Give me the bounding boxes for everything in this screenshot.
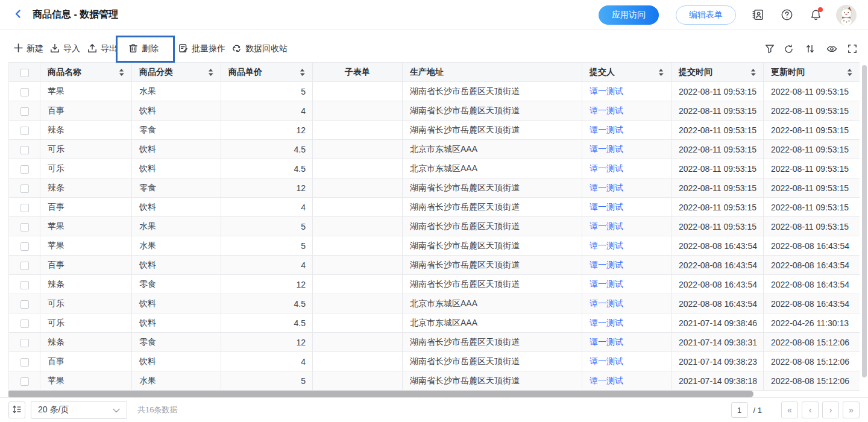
submitter-link[interactable]: 谭一测试	[590, 144, 623, 154]
column-header-category[interactable]: 商品分类	[132, 63, 221, 82]
new-record-button[interactable]: 新建	[14, 42, 43, 56]
row-checkbox[interactable]	[20, 184, 29, 193]
import-icon	[50, 43, 60, 55]
cell-submitter: 谭一测试	[582, 198, 671, 217]
import-button[interactable]: 导入	[50, 42, 80, 56]
column-header-submit_time[interactable]: 提交时间	[671, 63, 764, 82]
row-checkbox[interactable]	[20, 223, 29, 231]
recycle-bin-button[interactable]: 数据回收站	[232, 42, 288, 56]
row-checkbox[interactable]	[20, 377, 29, 386]
prev-page-button[interactable]: ‹	[802, 402, 819, 418]
submitter-link[interactable]: 谭一测试	[590, 125, 623, 134]
cell-price: 4.5	[221, 313, 313, 333]
cell-address: 湖南省长沙市岳麓区天顶街道	[403, 82, 582, 101]
row-checkbox-cell	[9, 371, 40, 391]
fullscreen-icon[interactable]	[846, 43, 858, 55]
cell-submitter: 谭一测试	[582, 371, 671, 391]
back-chevron-icon	[13, 8, 24, 21]
submitter-link[interactable]: 谭一测试	[590, 183, 623, 192]
refresh-icon[interactable]	[782, 43, 794, 55]
submitter-link[interactable]: 谭一测试	[590, 260, 623, 269]
submitter-link[interactable]: 谭一测试	[590, 241, 623, 250]
column-header-update_time[interactable]: 更新时间	[764, 63, 860, 82]
help-icon[interactable]	[779, 8, 794, 22]
back-button[interactable]	[11, 7, 25, 22]
select-all-checkbox[interactable]	[20, 69, 29, 77]
cell-price: 4.5	[221, 294, 313, 313]
row-checkbox[interactable]	[20, 88, 29, 96]
table-row: 辣条零食12湖南省长沙市岳麓区天顶街道谭一测试2021-07-14 09:38:…	[9, 333, 860, 352]
submitter-link[interactable]: 谭一测试	[590, 106, 623, 115]
cell-address: 湖南省长沙市岳麓区天顶街道	[403, 101, 582, 121]
vertical-scrollbar-thumb[interactable]	[862, 65, 867, 377]
cell-address: 北京市东城区AAA	[403, 159, 582, 178]
row-checkbox[interactable]	[20, 127, 29, 135]
eye-icon[interactable]	[826, 43, 838, 55]
next-page-button[interactable]: ›	[822, 402, 839, 418]
submitter-link[interactable]: 谭一测试	[590, 337, 623, 347]
user-avatar[interactable]	[836, 5, 857, 25]
row-checkbox[interactable]	[20, 320, 29, 328]
row-checkbox[interactable]	[20, 300, 29, 309]
address-book-icon[interactable]	[750, 8, 765, 22]
edit-form-button[interactable]: 编辑表单	[676, 5, 736, 25]
cell-submit_time: 2022-08-11 09:53:15	[671, 159, 764, 178]
row-checkbox[interactable]	[20, 204, 29, 212]
app-access-button[interactable]: 应用访问	[599, 5, 659, 25]
horizontal-scrollbar-thumb[interactable]	[8, 391, 753, 397]
column-header-price[interactable]: 商品单价	[221, 63, 313, 82]
row-checkbox[interactable]	[20, 242, 29, 251]
submitter-link[interactable]: 谭一测试	[590, 86, 623, 96]
export-button[interactable]: 导出	[87, 42, 118, 56]
row-checkbox[interactable]	[20, 146, 29, 154]
last-page-button[interactable]: »	[843, 402, 860, 418]
submitter-link[interactable]: 谭一测试	[590, 163, 623, 173]
delete-button[interactable]: 删除	[128, 42, 159, 56]
cell-category: 零食	[132, 121, 221, 140]
current-page-input[interactable]: 1	[731, 402, 748, 418]
row-checkbox[interactable]	[20, 339, 29, 347]
cell-price: 5	[221, 371, 313, 391]
table-body: 苹果水果5湖南省长沙市岳麓区天顶街道谭一测试2022-08-11 09:53:1…	[9, 82, 860, 391]
cell-subform	[313, 198, 403, 217]
row-checkbox[interactable]	[20, 262, 29, 270]
vertical-scrollbar[interactable]	[862, 64, 867, 394]
cell-submit_time: 2022-08-11 09:53:15	[671, 121, 764, 140]
batch-operations-button[interactable]: 批量操作	[178, 42, 225, 56]
cell-price: 5	[221, 236, 313, 256]
submitter-link[interactable]: 谭一测试	[590, 356, 623, 366]
cell-price: 5	[221, 217, 313, 236]
submitter-link[interactable]: 谭一测试	[590, 202, 623, 212]
submitter-link[interactable]: 谭一测试	[590, 298, 623, 308]
table-row: 百事饮料4湖南省长沙市岳麓区天顶街道谭一测试2021-07-14 09:38:2…	[9, 352, 860, 371]
row-checkbox-cell	[9, 256, 40, 275]
row-checkbox[interactable]	[20, 107, 29, 116]
cell-price: 4	[221, 256, 313, 275]
row-height-icon	[12, 405, 22, 416]
cell-name: 苹果	[40, 371, 132, 391]
cell-name: 辣条	[40, 178, 132, 198]
page-size-select[interactable]: 20 条/页	[31, 401, 127, 419]
row-checkbox-cell	[9, 294, 40, 313]
submitter-link[interactable]: 谭一测试	[590, 318, 623, 327]
row-checkbox[interactable]	[20, 165, 29, 174]
filter-icon[interactable]	[764, 43, 776, 55]
notification-bell-icon[interactable]	[808, 8, 823, 22]
row-checkbox[interactable]	[20, 281, 29, 289]
row-checkbox[interactable]	[20, 358, 29, 367]
sort-icon[interactable]	[804, 43, 816, 55]
cell-submit_time: 2022-08-08 16:43:54	[671, 275, 764, 294]
first-page-button[interactable]: «	[781, 402, 798, 418]
horizontal-scrollbar[interactable]	[8, 391, 860, 397]
column-header-subform: 子表单	[313, 63, 403, 82]
row-height-button[interactable]	[8, 402, 25, 418]
submitter-link[interactable]: 谭一测试	[590, 221, 623, 231]
column-header-submitter[interactable]: 提交人	[582, 63, 671, 82]
plus-icon	[14, 43, 23, 54]
column-header-name[interactable]: 商品名称	[40, 63, 132, 82]
cell-subform	[313, 352, 403, 371]
submitter-link[interactable]: 谭一测试	[590, 376, 623, 385]
row-checkbox-cell	[9, 198, 40, 217]
cell-submit_time: 2022-08-08 16:43:54	[671, 236, 764, 256]
submitter-link[interactable]: 谭一测试	[590, 279, 623, 289]
